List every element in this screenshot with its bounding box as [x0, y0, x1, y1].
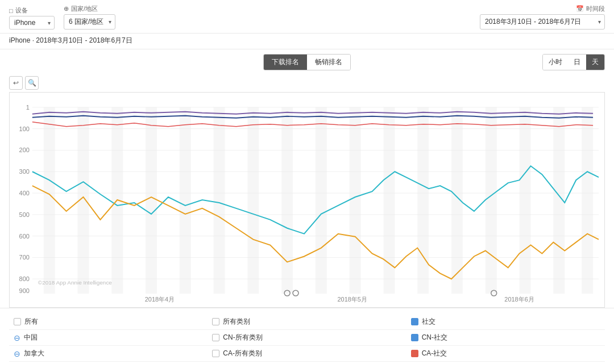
svg-rect-28 [316, 107, 327, 294]
zoom-btn[interactable]: 🔍 [25, 76, 39, 90]
legend-ca-category-label: CA-所有类别 [223, 349, 262, 358]
device-label: □ 设备 [9, 6, 55, 15]
svg-text:2018年4月: 2018年4月 [145, 296, 175, 303]
svg-rect-31 [417, 107, 429, 294]
time-select[interactable]: 2018年3月10日 - 2018年6月7日 [480, 14, 605, 30]
legend-cn-social[interactable]: CN-社交 [406, 330, 605, 346]
tab-download[interactable]: 下载排名 [264, 55, 307, 70]
undo-btn[interactable]: ↩ [9, 76, 23, 90]
svg-text:100: 100 [19, 125, 30, 132]
legend-ca-social[interactable]: CA-社交 [406, 346, 605, 362]
tab-group: 下载排名 畅销排名 [263, 54, 351, 70]
svg-rect-20 [44, 107, 55, 294]
hour-btn[interactable]: 小时 [543, 55, 568, 70]
svg-text:700: 700 [19, 254, 30, 261]
legend-all-category-swatch[interactable] [212, 318, 219, 325]
svg-text:500: 500 [19, 211, 30, 218]
subtitle: iPhone · 2018年3月10日 - 2018年6月7日 [0, 34, 614, 49]
svg-rect-25 [214, 107, 225, 294]
legend-canada[interactable]: ⊖ 加拿大 [9, 346, 208, 362]
legend-jp-social[interactable]: JP-社交 [406, 362, 605, 364]
svg-text:400: 400 [19, 190, 30, 196]
time-granularity-group: 小时 日 天 [542, 54, 605, 70]
svg-text:2018年6月: 2018年6月 [504, 296, 534, 303]
svg-rect-23 [146, 107, 157, 294]
legend-cn-category-swatch[interactable] [212, 334, 219, 341]
region-label: ⊕ 国家/地区 [64, 5, 115, 13]
legend-social-label: 社交 [422, 317, 435, 327]
svg-text:900: 900 [19, 287, 30, 294]
svg-text:300: 300 [19, 168, 30, 175]
legend-canada-label: 加拿大 [24, 349, 44, 358]
legend-area: 所有 所有类别 社交 ⊖ 中国 CN-所有类别 CN-社交 ⊖ 加拿大 CA-所… [0, 308, 614, 364]
legend-japan[interactable]: 日本 [9, 362, 208, 364]
region-select[interactable]: 6 国家/地区 [64, 14, 115, 30]
tab-sales[interactable]: 畅销排名 [307, 55, 350, 70]
svg-rect-33 [486, 107, 497, 294]
monitor-icon: □ [9, 7, 13, 14]
chart-area: 1 100 200 300 400 500 600 700 800 900 [9, 92, 605, 308]
week-btn[interactable]: 天 [586, 55, 604, 70]
legend-china[interactable]: ⊖ 中国 [9, 330, 208, 346]
legend-ca-category-swatch[interactable] [212, 350, 219, 357]
svg-rect-24 [180, 107, 191, 294]
legend-ca-social-swatch[interactable] [411, 350, 418, 357]
time-field: 📅 时间段 2018年3月10日 - 2018年6月7日 [480, 5, 605, 30]
day-btn[interactable]: 日 [568, 55, 586, 70]
legend-cn-social-label: CN-社交 [422, 333, 447, 342]
svg-text:2018年5月: 2018年5月 [337, 296, 367, 303]
legend-all-label: 所有 [24, 317, 38, 327]
svg-point-42 [293, 290, 298, 296]
chart-svg: 1 100 200 300 400 500 600 700 800 900 [10, 93, 604, 307]
legend-na: N/A [208, 362, 406, 364]
legend-all-category-label: 所有类别 [223, 317, 250, 327]
chart-controls: ↩ 🔍 [0, 75, 614, 92]
legend-social-swatch[interactable] [411, 318, 418, 325]
svg-text:200: 200 [19, 147, 30, 153]
svg-rect-27 [281, 107, 293, 294]
legend-cn-social-swatch[interactable] [411, 334, 418, 341]
top-bar: □ 设备 iPhone ⊕ 国家/地区 6 国家/地区 📅 时间段 2018年3… [0, 0, 614, 34]
chart-toolbar: 下载排名 畅销排名 小时 日 天 [0, 49, 614, 75]
legend-cn-category-label: CN-所有类别 [223, 333, 262, 342]
region-field: ⊕ 国家/地区 6 国家/地区 [64, 5, 115, 30]
legend-ca-category[interactable]: CA-所有类别 [208, 346, 406, 362]
globe-icon: ⊕ [64, 5, 69, 12]
svg-text:600: 600 [19, 233, 30, 240]
time-label: 📅 时间段 [576, 5, 605, 13]
legend-canada-icon: ⊖ [14, 349, 20, 358]
svg-rect-34 [520, 107, 531, 294]
device-select[interactable]: iPhone [9, 16, 55, 30]
legend-china-label: 中国 [24, 333, 38, 342]
legend-china-icon: ⊖ [14, 333, 20, 342]
svg-rect-29 [350, 107, 361, 294]
legend-social[interactable]: 社交 [406, 314, 605, 330]
device-field: □ 设备 iPhone [9, 6, 55, 30]
svg-text:1: 1 [26, 104, 30, 111]
svg-text:800: 800 [19, 275, 30, 282]
svg-text:©2018 App Annie Intelligence: ©2018 App Annie Intelligence [38, 279, 113, 286]
legend-all-checkbox[interactable] [14, 318, 21, 325]
legend-cn-category[interactable]: CN-所有类别 [208, 330, 406, 346]
legend-ca-social-label: CA-社交 [422, 349, 447, 358]
calendar-icon: 📅 [576, 5, 584, 12]
svg-rect-26 [247, 107, 259, 294]
svg-rect-36 [582, 107, 593, 294]
legend-all-category[interactable]: 所有类别 [208, 314, 406, 330]
legend-all[interactable]: 所有 [9, 314, 208, 330]
